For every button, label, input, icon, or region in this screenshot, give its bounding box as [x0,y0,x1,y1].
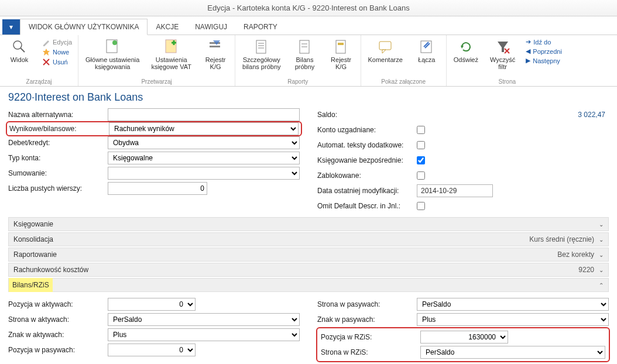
svg-rect-20 [336,40,345,53]
edit-button[interactable]: Edycja [41,37,73,47]
next-button[interactable]: ▶ Następny [525,56,563,65]
report-icon [333,39,349,55]
totaling-select[interactable] [108,167,300,180]
general-right-column: Saldo: 3 022,47 Konto uzgadniane: Automa… [317,107,609,214]
liability-position-select[interactable]: 0 [108,344,196,356]
chevron-down-icon: ⌄ [599,252,604,258]
svg-rect-22 [379,42,391,50]
liability-side-label: Strona w pasywach: [317,300,417,308]
new-button[interactable]: Nowe [41,47,73,57]
account-type-select[interactable]: Księgowalne [108,152,300,164]
blank-lines-label: Liczba pustych wierszy: [8,184,108,193]
ribbon-group-show-attached: Komentarze Łącza Pokaż załączone [361,35,447,86]
auto-ext-texts-label: Automat. teksty dodatkowe: [317,141,417,149]
doc-gear-icon [104,39,121,55]
rzis-side-label: Strona w RZiS: [321,348,420,356]
ribbon-tabs: ▾ WIDOK GŁÓWNY UŻYTKOWNIKA AKCJE NAWIGUJ… [0,16,617,35]
arrow-right-icon: ➔ [526,38,531,46]
asset-sign-select[interactable]: Plus [108,328,300,341]
section-consolidation[interactable]: Konsolidacja Kurs średni (ręcznie) ⌄ [8,232,609,246]
trial-balance-button[interactable]: Bilans próbny [290,37,320,71]
view-button[interactable]: Widok [5,37,34,64]
x-icon [42,58,50,66]
alt-name-input[interactable] [108,108,300,121]
liability-sign-select[interactable]: Plus [417,313,609,326]
window-title: Edycja - Kartoteka konta K/G - 9220·Inte… [207,4,409,12]
main-posting-setup-button[interactable]: Główne ustawienia księgowania [83,37,142,71]
link-icon [419,39,435,55]
rzis-position-label: Pozycja w RZiS: [321,333,420,341]
chevron-down-icon: ⌄ [599,221,604,228]
section-posting[interactable]: Księgowanie ⌄ [8,217,609,231]
chevron-up-icon: ⌃ [599,282,604,289]
account-type-label: Typ konta: [8,154,108,162]
svg-rect-21 [338,43,344,45]
group-label-manage: Zarządzaj [5,78,73,86]
goto-button[interactable]: ➔ Idź do [525,37,563,46]
gl-register-report-button[interactable]: Rejestr K/G [327,37,356,71]
rzis-position-select[interactable]: 1630000 [420,331,508,344]
section-cost-accounting[interactable]: Rachunkowość kosztów 9220 ⌄ [8,263,609,277]
clear-filter-button[interactable]: Wyczyść filtr [488,37,517,71]
refresh-button[interactable]: Odśwież [451,37,481,64]
blocked-checkbox[interactable] [417,171,425,180]
links-button[interactable]: Łącza [412,37,441,64]
blocked-label: Zablokowane: [317,171,417,180]
auto-ext-texts-checkbox[interactable] [417,141,425,149]
svg-point-6 [112,40,117,45]
blank-lines-input[interactable] [108,182,207,195]
tab-actions[interactable]: AKCJE [148,19,187,35]
comments-button[interactable]: Komentarze [366,37,405,64]
asset-side-select[interactable]: PerSaldo [108,313,300,326]
funnel-x-icon [495,39,511,55]
liability-position-label: Pozycja w pasywach: [8,346,108,354]
omit-default-descr-label: Omit Default Descr. in Jnl.: [317,202,417,210]
section-balance-rzis[interactable]: Bilans/RZiS ⌃ [8,278,609,292]
svg-line-1 [20,48,25,52]
section-balance-rzis-title: Bilans/RZiS [9,278,53,292]
income-balance-label: Wynikowe/bilansowe: [9,125,109,133]
reconcile-account-checkbox[interactable] [417,126,425,134]
alt-name-label: Nazwa alternatywna: [8,111,108,119]
gl-register-button[interactable]: Rejestr K/G [201,37,230,71]
tab-reports[interactable]: RAPORTY [235,19,286,35]
group-label-page: Strona [451,78,563,86]
group-label-show-attached: Pokaż załączone [366,78,441,86]
asset-sign-label: Znak w aktywach: [8,331,108,339]
tab-navigate[interactable]: NAWIGUJ [187,19,235,35]
svg-point-0 [13,41,22,49]
omit-default-descr-checkbox[interactable] [417,202,425,210]
last-modified-value: 2014-10-29 [417,184,493,197]
page-title: 9220·Interest on Bank Loans [8,91,609,104]
section-reporting[interactable]: Raportowanie Bez korekty ⌄ [8,248,609,262]
svg-marker-25 [461,46,464,49]
general-left-column: Nazwa alternatywna: Wynikowe/bilansowe: … [8,107,300,214]
asset-position-select[interactable]: 0 [108,298,196,311]
pencil-icon [42,38,50,46]
star-icon [42,48,50,56]
delete-button[interactable]: Usuń [41,57,73,67]
vat-posting-setup-button[interactable]: Ustawienia księgowe VAT [149,37,194,71]
rzis-side-select[interactable]: PerSaldo [420,346,605,359]
direct-posting-checkbox[interactable] [417,156,425,164]
triangle-right-icon: ▶ [526,57,530,64]
liability-side-select[interactable]: PerSaldo [417,298,609,311]
asset-side-label: Strona w aktywach: [8,315,108,324]
refresh-icon [458,39,474,55]
saldo-label: Saldo: [317,111,417,119]
tab-main-view[interactable]: WIDOK GŁÓWNY UŻYTKOWNIKA [20,19,148,35]
previous-button[interactable]: ◀ Poprzedni [525,47,563,56]
filter-list-icon [207,39,224,55]
file-tab-arrow: ▾ [9,23,13,31]
last-modified-label: Data ostatniej modyfikacji: [317,187,417,195]
file-tab[interactable]: ▾ [2,19,20,35]
svg-marker-2 [43,49,50,56]
detailed-trial-balance-button[interactable]: Szczegółowy bilans próbny [240,37,283,71]
ribbon-group-page: Odśwież Wyczyść filtr ➔ Idź do ◀ Poprzed… [447,35,568,86]
debit-credit-select[interactable]: Obydwa [108,136,300,149]
content-area: 9220·Interest on Bank Loans Nazwa altern… [0,87,617,364]
income-balance-select[interactable]: Rachunek wyników [109,122,299,135]
group-label-reports: Raporty [240,78,355,86]
saldo-value-link[interactable]: 3 022,47 [578,111,609,119]
ribbon-group-process: Główne ustawienia księgowania Ustawienia… [78,35,235,86]
